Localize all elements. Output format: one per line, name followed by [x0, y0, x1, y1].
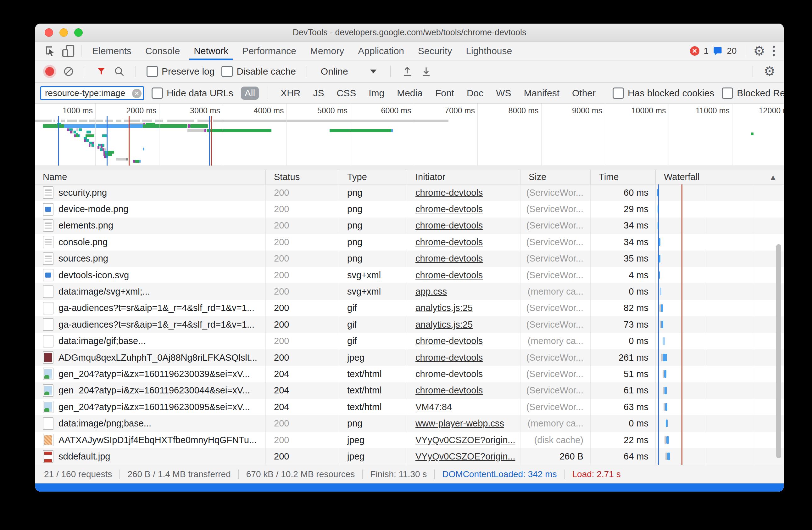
request-time: 51 ms	[591, 366, 656, 382]
error-badge-icon[interactable]: ✕	[690, 46, 699, 56]
disable-cache-checkbox[interactable]	[221, 66, 233, 77]
initiator-link[interactable]: analytics.js:25	[416, 303, 473, 313]
request-name: sddefault.jpg	[58, 451, 110, 462]
waterfall-cell	[656, 448, 784, 464]
preserve-log-checkbox[interactable]	[147, 66, 158, 77]
export-har-icon[interactable]	[420, 66, 432, 78]
pill-js[interactable]: JS	[309, 86, 328, 100]
column-header-initiator[interactable]: Initiator	[407, 170, 521, 184]
initiator-link[interactable]: chrome-devtools	[416, 369, 483, 379]
initiator-link[interactable]: chrome-devtools	[416, 253, 483, 264]
pill-font[interactable]: Font	[432, 86, 458, 100]
table-row[interactable]: console.png 200 png chrome-devtools (Ser…	[35, 234, 784, 250]
status-bar-item[interactable]: DOMContentLoaded: 342 ms	[442, 469, 557, 479]
initiator-link[interactable]: chrome-devtools	[416, 237, 483, 247]
vertical-scrollbar[interactable]	[776, 244, 781, 458]
hide-data-urls-checkbox[interactable]	[151, 87, 163, 99]
overview-event-line	[211, 116, 212, 166]
status-bar-item[interactable]: Load: 2.71 s	[572, 469, 621, 479]
clear-filter-icon[interactable]: ✕	[132, 89, 142, 98]
inspect-element-icon[interactable]	[41, 44, 59, 58]
overview-event-line	[58, 116, 59, 166]
table-row[interactable]: data:image/gif;base... 200 gif chrome-de…	[35, 333, 784, 349]
tab-elements[interactable]: Elements	[85, 42, 139, 60]
table-row[interactable]: sddefault.jpg 200 jpeg VYyQv0CSZOE?origi…	[35, 448, 784, 464]
initiator-link[interactable]: chrome-devtools	[416, 204, 483, 214]
pill-all[interactable]: All	[241, 86, 259, 100]
device-toolbar-icon[interactable]	[59, 44, 77, 58]
initiator-link[interactable]: chrome-devtools	[416, 352, 483, 363]
zoom-window-button[interactable]	[74, 28, 83, 37]
tab-network[interactable]: Network	[187, 42, 235, 60]
table-row[interactable]: ADGmqu8qexLZuhphT_0Aj88Ng8riLFKASQlslt..…	[35, 349, 784, 366]
import-har-icon[interactable]	[401, 66, 413, 78]
column-header-time[interactable]: Time	[591, 170, 656, 184]
network-settings-gear-icon[interactable]: ⚙	[764, 65, 775, 78]
initiator-link[interactable]: VM47:84	[416, 402, 452, 412]
search-icon[interactable]	[114, 66, 125, 77]
pill-other[interactable]: Other	[568, 86, 599, 100]
table-row[interactable]: sources.png 200 png chrome-devtools (Ser…	[35, 251, 784, 267]
pill-css[interactable]: CSS	[333, 86, 360, 100]
overview-request-bar	[35, 120, 52, 122]
column-header-status[interactable]: Status	[266, 170, 339, 184]
initiator-link[interactable]: app.css	[416, 287, 447, 297]
column-header-name[interactable]: Name	[35, 170, 266, 184]
initiator-link[interactable]: chrome-devtools	[416, 270, 483, 280]
initiator-link[interactable]: analytics.js:25	[416, 319, 473, 330]
column-header-size[interactable]: Size	[521, 170, 591, 184]
table-row[interactable]: gen_204?atyp=i&zx=1601196230095&sei=xV..…	[35, 399, 784, 415]
initiator-link[interactable]: chrome-devtools	[416, 220, 483, 231]
tab-console[interactable]: Console	[139, 42, 187, 60]
blocked-requests-checkbox[interactable]	[722, 87, 733, 99]
tab-performance[interactable]: Performance	[235, 42, 303, 60]
pill-img[interactable]: Img	[365, 86, 388, 100]
initiator-link[interactable]: chrome-devtools	[416, 336, 483, 346]
overview-tick-label: 7000 ms	[418, 106, 475, 115]
message-badge-icon[interactable]	[713, 46, 722, 56]
minimize-window-button[interactable]	[59, 28, 68, 37]
record-button[interactable]	[45, 67, 54, 76]
tab-security[interactable]: Security	[411, 42, 459, 60]
has-blocked-cookies-checkbox[interactable]	[613, 87, 624, 99]
initiator-link[interactable]: VYyQv0CSZOE?origin...	[416, 451, 516, 462]
table-row[interactable]: devtools-icon.svg 200 svg+xml chrome-dev…	[35, 267, 784, 283]
close-window-button[interactable]	[45, 28, 53, 37]
pill-manifest[interactable]: Manifest	[520, 86, 563, 100]
request-size: (ServiceWor...	[521, 399, 591, 415]
initiator-link[interactable]: chrome-devtools	[416, 187, 483, 198]
column-header-waterfall[interactable]: Waterfall▲	[656, 170, 784, 184]
tab-application[interactable]: Application	[351, 42, 411, 60]
tab-lighthouse[interactable]: Lighthouse	[459, 42, 519, 60]
column-header-type[interactable]: Type	[339, 170, 407, 184]
overview-gridline	[669, 103, 669, 166]
table-row[interactable]: data:image/png;base... 200 png www-playe…	[35, 415, 784, 432]
network-overview[interactable]: 1000 ms2000 ms3000 ms4000 ms5000 ms6000 …	[35, 103, 784, 170]
table-row[interactable]: gen_204?atyp=i&zx=1601196230044&sei=xV..…	[35, 382, 784, 399]
table-row[interactable]: device-mode.png 200 png chrome-devtools …	[35, 201, 784, 217]
table-row[interactable]: ga-audiences?t=sr&aip=1&_r=4&slf_rd=1&v=…	[35, 300, 784, 316]
pill-doc[interactable]: Doc	[463, 86, 487, 100]
status-bar-item: 21 / 160 requests	[44, 469, 112, 479]
table-row[interactable]: security.png 200 png chrome-devtools (Se…	[35, 184, 784, 201]
pill-media[interactable]: Media	[393, 86, 426, 100]
table-row[interactable]: AATXAJywSIpD1jf4EbqHXTfbe0mnyHqGFNTu... …	[35, 432, 784, 448]
filter-funnel-icon[interactable]	[96, 66, 106, 77]
initiator-link[interactable]: www-player-webp.css	[416, 418, 504, 429]
request-status: 200	[266, 201, 339, 217]
table-row[interactable]: elements.png 200 png chrome-devtools (Se…	[35, 218, 784, 234]
throttling-dropdown[interactable]: Online	[318, 66, 380, 77]
clear-icon[interactable]	[63, 66, 74, 77]
pill-ws[interactable]: WS	[492, 86, 515, 100]
filter-input[interactable]	[40, 86, 144, 100]
table-row[interactable]: ga-audiences?t=sr&aip=1&_r=4&slf_rd=1&v=…	[35, 316, 784, 333]
initiator-link[interactable]: chrome-devtools	[416, 385, 483, 395]
pill-xhr[interactable]: XHR	[277, 86, 304, 100]
request-status: 200	[266, 316, 339, 333]
table-row[interactable]: data:image/svg+xml;... 200 svg+xml app.c…	[35, 283, 784, 299]
more-options-icon[interactable]	[770, 46, 778, 56]
settings-gear-icon[interactable]: ⚙	[753, 44, 765, 58]
initiator-link[interactable]: VYyQv0CSZOE?origin...	[416, 435, 516, 445]
table-row[interactable]: gen_204?atyp=i&zx=1601196230039&sei=xV..…	[35, 366, 784, 382]
tab-memory[interactable]: Memory	[303, 42, 351, 60]
